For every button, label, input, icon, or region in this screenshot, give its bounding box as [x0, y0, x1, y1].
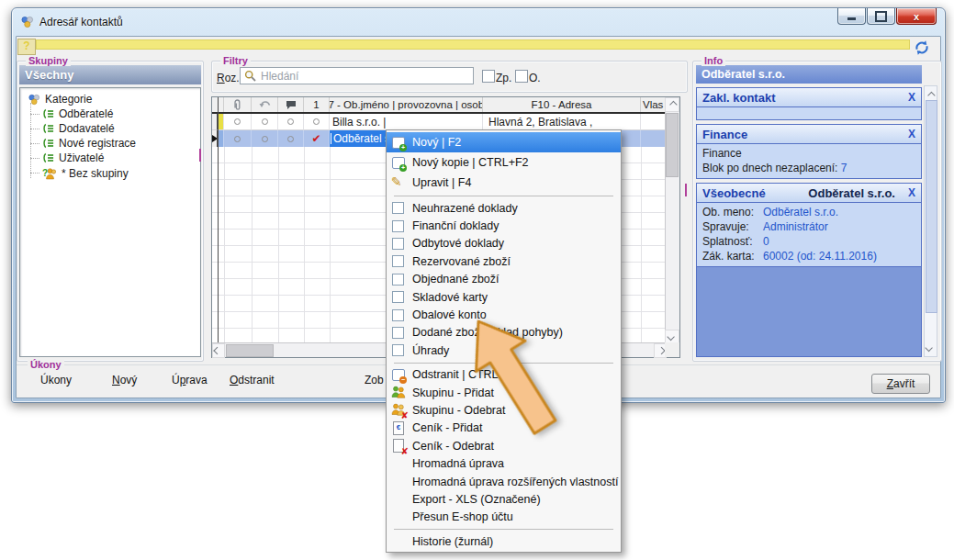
window-title: Adresář kontaktů — [39, 16, 123, 28]
card-subtitle: Odběratel s.r.o. — [808, 186, 895, 200]
menu-item-novy-kopie[interactable]: + Nový kopie | CTRL+F2 — [387, 152, 621, 173]
menu-item-historie[interactable]: Historie (žurnál) — [387, 532, 621, 550]
info-scrollbar[interactable] — [924, 85, 937, 357]
menu-item-financni-doklady[interactable]: Finanční doklady — [387, 217, 621, 234]
menu-item-neuhrazene-doklady[interactable]: Neuhrazené doklady — [387, 199, 621, 217]
menu-item-novy[interactable]: + Nový | F2 — [387, 132, 621, 152]
column-f10-header[interactable]: F10 - Adresa — [483, 97, 641, 112]
zavrit-button[interactable]: Zavřít — [871, 374, 930, 394]
checked-icon: ✔ — [311, 132, 320, 145]
groups-panel: Skupiny Všechny Kategorie — [17, 61, 204, 362]
document-box-icon — [391, 219, 406, 233]
table-row[interactable]: Billa s.r.o. | Hlavná 2, Bratislava , — [212, 114, 667, 130]
menu-item-upravit[interactable]: ✎ Upravit | F4 — [387, 173, 621, 193]
menu-item-hromadna-uprava-rozsirenych[interactable]: Hromadná úprava rozšířených vlastností — [387, 473, 621, 490]
document-box-icon — [391, 343, 406, 357]
field-row: Ob. meno:Odběratel s.r.o. — [702, 205, 915, 219]
roz-button[interactable]: Roz. — [217, 72, 240, 84]
scroll-up-button[interactable] — [665, 97, 679, 112]
minimize-button[interactable] — [837, 8, 866, 25]
odstranit-button[interactable]: Odstranit — [230, 374, 275, 386]
group-question-icon: ? — [42, 167, 57, 180]
document-box-icon — [391, 273, 406, 286]
card-finance-header[interactable]: Finance X — [696, 124, 922, 144]
search-icon — [244, 70, 256, 82]
right-splitter-handle[interactable] — [685, 184, 687, 196]
menu-item-objednane-zbozi[interactable]: Objednané zboží — [387, 271, 621, 288]
table-vscrollbar[interactable] — [665, 97, 679, 344]
help-button[interactable]: ? — [17, 39, 36, 55]
tree-item-bez-skupiny[interactable]: ? * Bez skupiny — [20, 165, 200, 182]
form-add-icon: + — [391, 136, 406, 150]
filters-panel-label: Filtry — [220, 55, 251, 66]
speech-balloon-icon[interactable] — [278, 97, 304, 112]
document-box-icon — [391, 254, 406, 268]
refresh-icon[interactable] — [914, 39, 930, 56]
card-vseobecne-body: Ob. meno:Odběratel s.r.o. Spravuje:Admin… — [696, 203, 922, 267]
ukony-button[interactable]: Úkony — [40, 374, 72, 386]
menu-item-cenik-odebrat[interactable]: ✘ Ceník - Odebrat — [387, 437, 621, 454]
column-1-header[interactable]: 1 — [304, 97, 330, 112]
groups-tree: Kategorie Odběratelé — [19, 87, 201, 357]
tree-item-kategorie[interactable]: Kategorie — [20, 92, 200, 106]
menu-item-hromadna-uprava[interactable]: Hromadná úprava — [387, 454, 621, 472]
o-checkbox-label: O. — [529, 72, 541, 84]
close-button[interactable]: x — [896, 8, 937, 25]
undo-arrow-icon[interactable] — [252, 97, 278, 112]
card-close-button[interactable]: X — [908, 128, 915, 140]
group-remove-icon: ✘ — [391, 403, 406, 417]
hscroll-thumb[interactable] — [226, 344, 274, 357]
scroll-left-button[interactable] — [212, 343, 225, 358]
paperclip-icon[interactable] — [224, 97, 252, 112]
titlebar[interactable]: Adresář kontaktů x — [12, 8, 945, 36]
green-list-icon — [42, 152, 54, 163]
card-close-button[interactable]: X — [908, 91, 915, 104]
tree-item-uzivatele[interactable]: Uživatelé — [20, 151, 200, 165]
groups-panel-label: Skupiny — [26, 55, 71, 66]
vscroll-thumb[interactable] — [666, 113, 679, 177]
maximize-button[interactable] — [867, 8, 895, 25]
search-placeholder: Hledání — [261, 70, 298, 83]
card-zakl-kontakt-header[interactable]: Zakl. kontakt X — [696, 87, 922, 107]
pricelist-remove-icon: ✘ — [391, 439, 406, 453]
column-vlas-header[interactable]: Vlas — [641, 97, 667, 112]
left-splitter-handle[interactable] — [199, 149, 201, 162]
card-vseobecne-header[interactable]: Všeobecné Odběratel s.r.o. X — [696, 183, 922, 203]
card-close-button[interactable]: X — [908, 186, 915, 199]
app-icon — [20, 16, 34, 28]
form-remove-icon: − — [391, 368, 406, 382]
o-checkbox[interactable] — [515, 70, 528, 83]
cell-f10: Hlavná 2, Bratislava , — [483, 114, 641, 130]
table-header-row[interactable]: 1 F7 - Ob.jméno | provozovna | osoba F10… — [212, 97, 667, 114]
notice-bar — [36, 39, 910, 50]
tree-item-dodavatele[interactable]: Dodavatelé — [20, 121, 200, 136]
menu-item-presun-eshop[interactable]: Přesun E-shop účtu — [387, 509, 621, 526]
field-row: Splatnosť:0 — [702, 234, 915, 249]
document-box-icon — [391, 308, 406, 322]
menu-item-rezervovane-zbozi[interactable]: Rezervované zboží — [387, 252, 621, 270]
text-caret — [331, 133, 331, 144]
info-scroll-thumb[interactable] — [926, 100, 937, 313]
field-row: Spravuje:Administrátor — [702, 219, 915, 234]
tree-item-nove-registrace[interactable]: Nové registrace — [20, 136, 200, 151]
novy-button[interactable]: Nový — [112, 374, 137, 386]
info-header: Odběratel s.r.o. — [696, 65, 922, 84]
column-f7-header[interactable]: F7 - Ob.jméno | provozovna | osoba — [330, 97, 483, 112]
menu-item-odbytove-doklady[interactable]: Odbytové doklady — [387, 235, 621, 252]
finance-line: Blok po dnech nezaplacení: 7 — [702, 161, 915, 175]
zp-checkbox-label: Zp. — [496, 72, 511, 84]
tree-item-odberatele[interactable]: Odběratelé — [20, 106, 200, 121]
document-box-icon — [391, 201, 406, 215]
green-list-icon — [42, 138, 54, 149]
pencil-icon: ✎ — [391, 176, 406, 190]
search-input[interactable]: Hledání — [240, 67, 474, 84]
zp-checkbox[interactable] — [482, 70, 495, 83]
card-finance-body: Finance Blok po dnech nezaplacení: 7 — [696, 144, 922, 179]
uprava-button[interactable]: Úprava — [172, 374, 208, 386]
info-filler — [696, 267, 922, 357]
green-list-icon — [42, 123, 54, 134]
pricelist-icon: € — [391, 421, 406, 435]
groups-header-vsechny[interactable]: Všechny — [19, 65, 201, 84]
group-add-icon — [391, 386, 406, 399]
menu-item-export-xls[interactable]: Export - XLS (Označené) — [387, 490, 621, 508]
